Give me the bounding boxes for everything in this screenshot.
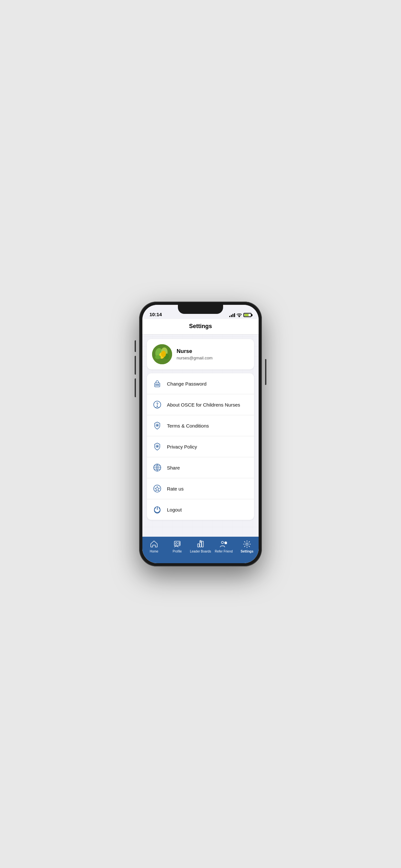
- svg-point-15: [157, 425, 158, 426]
- menu-label-logout: Logout: [167, 507, 182, 513]
- leaderboards-icon: [196, 540, 205, 548]
- tab-home[interactable]: Home: [143, 540, 166, 553]
- svg-point-34: [246, 543, 248, 546]
- wifi-icon: [237, 313, 242, 317]
- svg-rect-30: [202, 541, 204, 547]
- tab-profile-label: Profile: [173, 550, 182, 553]
- menu-label-privacy: Privacy Policy: [167, 444, 197, 450]
- settings-icon: [243, 540, 251, 548]
- profile-email: nurses@gmail.com: [177, 355, 249, 361]
- volume-down-button: [135, 378, 136, 397]
- scroll-area[interactable]: Nurse nurses@gmail.com: [143, 335, 258, 537]
- svg-point-5: [161, 351, 165, 356]
- page-header: Settings: [143, 319, 258, 335]
- svg-point-19: [154, 485, 161, 492]
- svg-point-32: [221, 541, 224, 544]
- page-title: Settings: [189, 323, 212, 330]
- tab-refer-label: Refer Friend: [215, 550, 233, 553]
- privacy-shield-icon: [152, 441, 162, 452]
- menu-item-share[interactable]: Share: [147, 457, 254, 478]
- screen-content: Settings: [143, 319, 258, 563]
- menu-card: Change Password: [147, 373, 254, 520]
- refer-friend-icon: [220, 540, 228, 548]
- menu-item-rate[interactable]: Rate us: [147, 478, 254, 499]
- power-button: [265, 359, 266, 385]
- svg-point-13: [157, 406, 158, 407]
- profile-icon: [173, 540, 181, 548]
- signal-icon: [229, 313, 235, 317]
- profile-name: Nurse: [177, 348, 249, 354]
- tab-settings[interactable]: Settings: [235, 540, 258, 553]
- power-icon: [152, 504, 162, 515]
- menu-item-about[interactable]: About OSCE for Childrens Nurses: [147, 394, 254, 415]
- phone-frame: 10:14: [139, 302, 262, 566]
- tab-home-label: Home: [150, 550, 158, 553]
- svg-rect-29: [200, 542, 202, 547]
- profile-card[interactable]: Nurse nurses@gmail.com: [147, 339, 254, 369]
- password-icon: [152, 378, 162, 389]
- svg-point-0: [239, 316, 240, 317]
- svg-point-7: [164, 353, 169, 360]
- menu-label-rate: Rate us: [167, 486, 184, 492]
- tab-leaderboards[interactable]: Leader Boards: [189, 540, 212, 553]
- info-icon: [152, 399, 162, 410]
- content-wrapper: Nurse nurses@gmail.com: [143, 335, 258, 524]
- menu-label-about: About OSCE for Childrens Nurses: [167, 402, 240, 407]
- phone-screen: 10:14: [143, 305, 258, 563]
- globe-icon: [152, 462, 162, 473]
- tab-settings-label: Settings: [241, 550, 253, 553]
- svg-point-10: [157, 384, 158, 385]
- status-icons: [229, 313, 251, 317]
- menu-label-share: Share: [167, 465, 180, 470]
- volume-up-button: [135, 356, 136, 375]
- star-icon: [152, 484, 162, 494]
- svg-rect-28: [197, 544, 199, 547]
- svg-point-17: [157, 446, 158, 447]
- menu-label-change-password: Change Password: [167, 381, 207, 386]
- svg-rect-1: [152, 344, 172, 364]
- svg-marker-20: [155, 486, 160, 491]
- svg-point-11: [158, 384, 159, 385]
- tab-refer[interactable]: Refer Friend: [212, 540, 235, 553]
- home-icon: [150, 540, 158, 548]
- tab-leaderboards-label: Leader Boards: [190, 550, 211, 553]
- menu-item-privacy[interactable]: Privacy Policy: [147, 436, 254, 457]
- menu-item-terms[interactable]: Terms & Conditions: [147, 415, 254, 436]
- menu-item-logout[interactable]: Logout: [147, 499, 254, 520]
- avatar-image: [152, 344, 172, 364]
- status-time: 10:14: [150, 312, 162, 317]
- tab-profile[interactable]: Profile: [166, 540, 189, 553]
- menu-item-change-password[interactable]: Change Password: [147, 373, 254, 394]
- volume-mute-button: [135, 340, 136, 352]
- profile-info: Nurse nurses@gmail.com: [177, 348, 249, 361]
- avatar: [152, 344, 172, 364]
- menu-label-terms: Terms & Conditions: [167, 423, 209, 429]
- battery-icon: [243, 313, 251, 317]
- notch: [178, 305, 223, 314]
- terms-shield-icon: [152, 421, 162, 431]
- svg-point-6: [155, 355, 161, 359]
- svg-point-24: [175, 542, 177, 545]
- svg-point-9: [156, 384, 156, 385]
- tab-bar: Home Profile: [143, 537, 258, 563]
